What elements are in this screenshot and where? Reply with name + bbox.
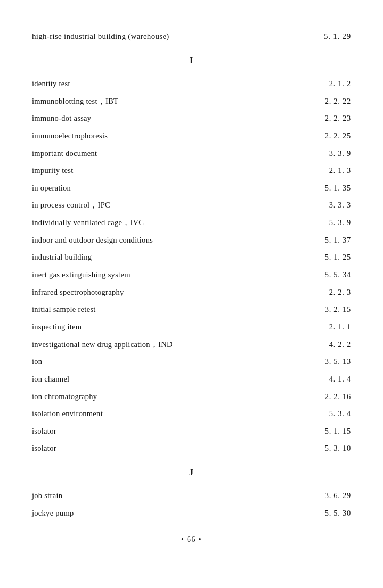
- entry-ref: 3. 2. 15: [325, 303, 351, 316]
- entry-term: initial sample retest: [32, 303, 314, 316]
- entry-term: immunoelectrophoresis: [32, 129, 314, 143]
- list-item: job strain3. 6. 29: [32, 489, 351, 502]
- entry-term: impurity test: [32, 164, 319, 177]
- header-term: high-rise industrial building (warehouse…: [32, 32, 169, 41]
- entry-term: indoor and outdoor design conditions: [32, 234, 314, 247]
- list-item: isolation environment5. 3. 4: [32, 407, 351, 420]
- entry-term: inert gas extinguishing system: [32, 268, 314, 281]
- list-item: investigational new drug application，IND…: [32, 338, 351, 351]
- list-item: isolator5. 1. 15: [32, 425, 351, 438]
- entry-ref: 2. 1. 1: [329, 320, 351, 334]
- entry-term: infrared spectrophotography: [32, 286, 319, 299]
- section-letter-i: I: [32, 56, 351, 65]
- entry-ref: 4. 1. 4: [329, 372, 351, 386]
- entry-term: identity test: [32, 77, 319, 90]
- entry-term: isolation environment: [32, 407, 319, 420]
- entry-ref: 3. 3. 9: [329, 147, 351, 160]
- list-item: immunoblotting test，IBT2. 2. 22: [32, 95, 351, 108]
- list-item: ion3. 5. 13: [32, 355, 351, 368]
- entry-term: ion chromatography: [32, 390, 314, 403]
- list-item: identity test2. 1. 2: [32, 77, 351, 90]
- list-item: individually ventilated cage，IVC5. 3. 9: [32, 216, 351, 229]
- entry-term: immuno-dot assay: [32, 112, 314, 125]
- entry-ref: 2. 2. 22: [325, 95, 351, 108]
- entry-ref: 2. 2. 16: [325, 390, 351, 403]
- list-item: in process control，IPC3. 3. 3: [32, 198, 351, 212]
- entry-term: in operation: [32, 181, 314, 195]
- list-item: ion chromatography2. 2. 16: [32, 390, 351, 403]
- entry-ref: 5. 1. 25: [325, 251, 351, 264]
- list-item: immunoelectrophoresis2. 2. 25: [32, 129, 351, 143]
- entry-term: ion: [32, 355, 314, 368]
- list-item: inspecting item2. 1. 1: [32, 320, 351, 334]
- entry-term: isolator: [32, 425, 314, 438]
- entry-term: job strain: [32, 489, 314, 502]
- list-item: initial sample retest3. 2. 15: [32, 303, 351, 316]
- entry-term: in process control，IPC: [32, 198, 319, 212]
- entry-ref: 3. 6. 29: [325, 489, 351, 502]
- entry-ref: 5. 5. 30: [325, 507, 351, 520]
- header-entry: high-rise industrial building (warehouse…: [32, 32, 351, 41]
- entry-ref: 3. 3. 3: [329, 198, 351, 212]
- page-number: • 66 •: [32, 535, 351, 544]
- entry-term: industrial building: [32, 251, 314, 264]
- entry-term: individually ventilated cage，IVC: [32, 216, 319, 229]
- entry-ref: 2. 2. 25: [325, 129, 351, 143]
- list-item: infrared spectrophotography2. 2. 3: [32, 286, 351, 299]
- entry-ref: 2. 2. 3: [329, 286, 351, 299]
- section-letter-j: J: [32, 468, 351, 477]
- entry-term: isolator: [32, 442, 314, 455]
- entry-term: inspecting item: [32, 320, 319, 334]
- entry-ref: 2. 2. 23: [325, 112, 351, 125]
- entry-ref: 5. 3. 4: [329, 407, 351, 420]
- entry-term: jockye pump: [32, 507, 314, 520]
- list-item: immuno-dot assay2. 2. 23: [32, 112, 351, 125]
- list-item: in operation5. 1. 35: [32, 181, 351, 195]
- entry-ref: 2. 1. 3: [329, 164, 351, 177]
- entry-ref: 5. 3. 9: [329, 216, 351, 229]
- entry-ref: 2. 1. 2: [329, 77, 351, 90]
- entry-ref: 4. 2. 2: [329, 338, 351, 351]
- list-item: jockye pump5. 5. 30: [32, 507, 351, 520]
- entry-term: immunoblotting test，IBT: [32, 95, 314, 108]
- entry-term: investigational new drug application，IND: [32, 338, 319, 351]
- list-item: impurity test2. 1. 3: [32, 164, 351, 177]
- list-item: ion channel4. 1. 4: [32, 372, 351, 386]
- list-item: industrial building5. 1. 25: [32, 251, 351, 264]
- entry-ref: 3. 5. 13: [325, 355, 351, 368]
- entry-ref: 5. 3. 10: [325, 442, 351, 455]
- entry-term: ion channel: [32, 372, 319, 386]
- entry-ref: 5. 1. 37: [325, 234, 351, 247]
- list-item: indoor and outdoor design conditions5. 1…: [32, 234, 351, 247]
- list-item: isolator5. 3. 10: [32, 442, 351, 455]
- list-item: inert gas extinguishing system5. 5. 34: [32, 268, 351, 281]
- entry-ref: 5. 1. 35: [325, 181, 351, 195]
- entry-term: important document: [32, 147, 319, 160]
- entry-ref: 5. 1. 15: [325, 425, 351, 438]
- header-ref: 5. 1. 29: [324, 32, 351, 41]
- entry-ref: 5. 5. 34: [325, 268, 351, 281]
- list-item: important document3. 3. 9: [32, 147, 351, 160]
